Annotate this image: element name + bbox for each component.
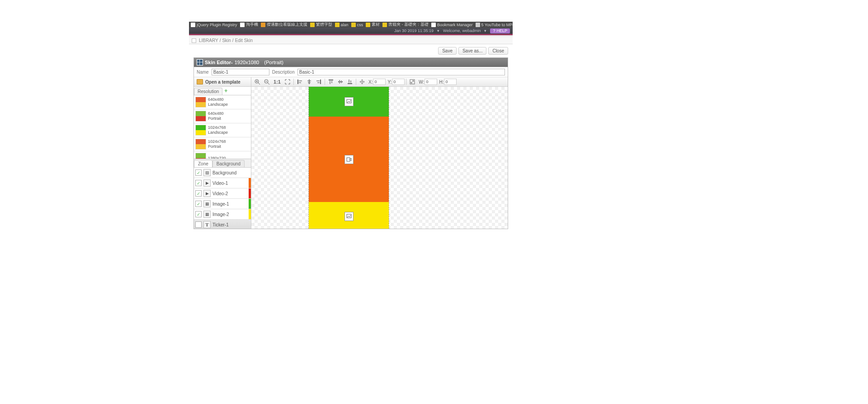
bookmark-favicon xyxy=(431,23,436,27)
zone-item[interactable]: ✓▶Video-2 xyxy=(194,188,251,199)
zone-label: Ticker-1 xyxy=(212,222,229,227)
align-bottom-icon[interactable] xyxy=(345,78,354,86)
bookmark-item[interactable]: css xyxy=(351,23,363,27)
bookmark-label: 書籤夾 - 基礎夾：基礎 xyxy=(388,22,429,28)
dropdown-icon[interactable]: ▾ xyxy=(437,28,439,33)
bookmark-label: alan xyxy=(341,23,349,27)
bookmark-item[interactable]: alan xyxy=(335,23,349,27)
saveas-button[interactable]: Save as... xyxy=(458,47,486,55)
resolution-item[interactable]: 1024x768Landscape xyxy=(194,123,251,137)
bookmark-item[interactable]: 5 YouTube to MP4 & M xyxy=(476,23,513,27)
resolution-label: 1024x768Landscape xyxy=(208,125,228,135)
zoom-in-icon[interactable] xyxy=(253,78,262,86)
add-resolution-button[interactable]: + xyxy=(224,88,227,94)
zone-label: Video-1 xyxy=(212,181,228,186)
zone-label: Image-2 xyxy=(212,212,229,217)
svg-rect-17 xyxy=(330,81,330,84)
open-template-button[interactable]: Open a template xyxy=(194,77,251,87)
bookmark-label: 5 YouTube to MP4 & M xyxy=(481,23,513,27)
breadcrumb-library[interactable]: LIBRARY xyxy=(199,38,218,43)
zone-checkbox[interactable]: ✓ xyxy=(195,169,202,176)
zone-image-2[interactable] xyxy=(309,202,389,229)
save-button[interactable]: Save xyxy=(438,47,457,55)
resolution-item[interactable]: 640x480Landscape xyxy=(194,95,251,109)
bookmark-favicon xyxy=(261,23,265,27)
left-panel: Open a template Resolution + 640x480Land… xyxy=(194,77,251,229)
align-right-icon[interactable] xyxy=(314,78,323,86)
move-icon[interactable] xyxy=(358,78,367,86)
w-input[interactable] xyxy=(425,79,437,85)
h-input[interactable] xyxy=(444,79,457,85)
bookmark-item[interactable]: 書籤夾 - 基礎夾：基礎 xyxy=(382,22,429,28)
resolution-label: 1280x720 xyxy=(208,156,226,159)
bookmark-label: Bookmark Manager xyxy=(437,23,473,27)
svg-rect-20 xyxy=(339,80,340,84)
resolution-tab[interactable]: Resolution xyxy=(194,88,222,95)
editor-canvas[interactable] xyxy=(251,87,508,229)
zone-item[interactable]: ✓▶Video-1 xyxy=(194,178,251,188)
editor-resolution: 1920x1080 xyxy=(235,60,259,65)
expand-icon[interactable] xyxy=(192,38,196,43)
bookmark-item[interactable]: 繁體字型 xyxy=(310,22,332,28)
resolution-item[interactable]: 1280x720 xyxy=(194,151,251,159)
tab-background[interactable]: Background xyxy=(212,160,245,167)
zone-image-1[interactable] xyxy=(309,87,389,117)
x-input[interactable] xyxy=(373,79,386,85)
bookmark-item[interactable]: 素材 xyxy=(366,22,380,28)
svg-rect-23 xyxy=(349,80,349,83)
description-input[interactable] xyxy=(297,69,505,75)
bookmark-label: jQuery Plugin Registry xyxy=(197,23,237,27)
align-center-v-icon[interactable] xyxy=(336,78,345,86)
bookmark-label: 傑邁數位看版線上支援 xyxy=(267,22,307,28)
zone-item[interactable]: ✓▦Image-2 xyxy=(194,209,251,220)
description-label: Description xyxy=(272,70,295,75)
zone-color-swatch xyxy=(249,199,251,209)
align-center-h-icon[interactable] xyxy=(305,78,314,86)
zone-checkbox[interactable]: ✓ xyxy=(195,180,202,186)
folder-icon xyxy=(197,79,203,85)
bookmark-item[interactable]: 傑邁數位看版線上支援 xyxy=(261,22,307,28)
align-top-icon[interactable] xyxy=(326,78,335,86)
y-input[interactable] xyxy=(392,79,405,85)
zone-item[interactable]: ✓▦Image-1 xyxy=(194,199,251,209)
size-icon[interactable] xyxy=(408,78,417,86)
header-welcome[interactable]: Welcome, webadmin xyxy=(443,28,481,33)
svg-rect-13 xyxy=(320,80,321,84)
dropdown-icon[interactable]: ▾ xyxy=(484,28,486,33)
layout-stage[interactable] xyxy=(309,87,389,229)
tab-zone[interactable]: Zone xyxy=(194,160,212,167)
zoom-actual-button[interactable]: 1:1 xyxy=(272,78,283,86)
resolution-item[interactable]: 1024x768Portrait xyxy=(194,137,251,151)
help-button[interactable]: ?HELP xyxy=(490,28,510,33)
zone-type-icon: ▶ xyxy=(203,179,211,187)
bookmark-item[interactable]: Bookmark Manager xyxy=(431,23,473,27)
close-button[interactable]: Close xyxy=(488,47,508,55)
image-icon xyxy=(344,97,354,106)
x-label: X: xyxy=(368,80,373,85)
resolution-list[interactable]: 640x480Landscape640x480Portrait1024x768L… xyxy=(194,95,251,159)
bookmark-item[interactable]: 淘手機 xyxy=(240,22,258,28)
zone-item[interactable]: ✓▧Background xyxy=(194,168,251,178)
breadcrumb-skin[interactable]: Skin xyxy=(222,38,231,43)
zone-video-1[interactable] xyxy=(309,117,389,202)
resolution-item[interactable]: 640x480Portrait xyxy=(194,109,251,123)
zone-type-icon: T xyxy=(203,221,211,228)
zoom-fit-icon[interactable] xyxy=(283,78,292,86)
bookmark-item[interactable]: jQuery Plugin Registry xyxy=(191,23,237,27)
resolution-thumb xyxy=(195,125,206,136)
zone-type-icon: ▶ xyxy=(203,190,211,197)
zone-type-icon: ▧ xyxy=(203,169,211,176)
zone-item[interactable]: TTicker-1 xyxy=(194,220,251,229)
zone-checkbox[interactable]: ✓ xyxy=(195,201,202,207)
image-icon xyxy=(344,212,354,221)
zoom-out-icon[interactable] xyxy=(262,78,271,86)
zone-list[interactable]: ✓▧Background✓▶Video-1✓▶Video-2✓▦Image-1✓… xyxy=(194,168,251,229)
bookmark-label: 淘手機 xyxy=(246,22,258,28)
zone-checkbox[interactable] xyxy=(195,221,202,228)
svg-rect-18 xyxy=(331,81,332,83)
zone-checkbox[interactable]: ✓ xyxy=(195,211,202,217)
align-left-icon[interactable] xyxy=(295,78,304,86)
bookmark-favicon xyxy=(476,23,480,27)
name-input[interactable] xyxy=(212,69,269,75)
zone-checkbox[interactable]: ✓ xyxy=(195,190,202,197)
